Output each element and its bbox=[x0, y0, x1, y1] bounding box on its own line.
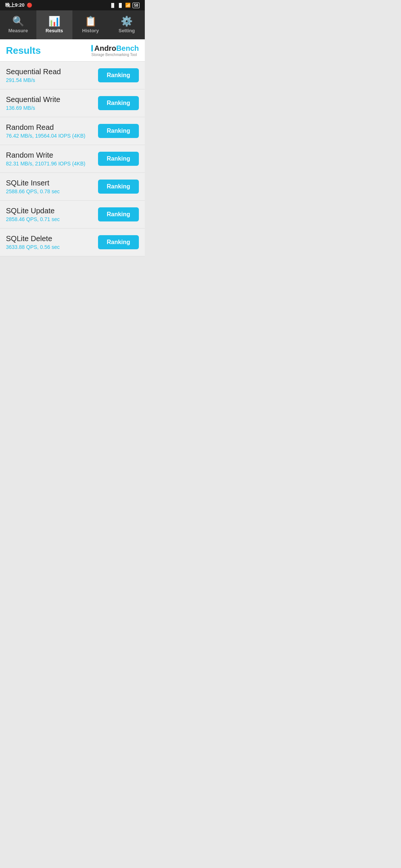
tab-setting-label: Setting bbox=[118, 28, 135, 33]
signal-icon-2: ▐▌ bbox=[117, 3, 123, 7]
result-value: 76.42 MB/s, 19564.04 IOPS (4KB) bbox=[6, 133, 98, 139]
result-info: Random Write 82.31 MB/s, 21071.96 IOPS (… bbox=[6, 151, 98, 167]
result-item: SQLite Delete 3633.88 QPS, 0.56 sec Rank… bbox=[0, 228, 145, 256]
tab-measure[interactable]: 🔍 Measure bbox=[0, 10, 36, 39]
ranking-button[interactable]: Ranking bbox=[98, 124, 139, 138]
status-right: ▐▌ ▐▌ 📶 58 bbox=[110, 3, 140, 8]
battery-indicator: 58 bbox=[133, 3, 140, 8]
status-left: 晚上9:20 🔴 bbox=[5, 2, 32, 9]
status-bar: 晚上9:20 🔴 ▐▌ ▐▌ 📶 58 bbox=[0, 0, 145, 10]
bottom-fill bbox=[0, 256, 145, 368]
ranking-button[interactable]: Ranking bbox=[98, 180, 139, 194]
signal-icon: ▐▌ bbox=[110, 3, 116, 7]
ranking-button[interactable]: Ranking bbox=[98, 235, 139, 249]
result-info: SQLite Insert 2588.66 QPS, 0.78 sec bbox=[6, 179, 98, 194]
result-value: 2588.66 QPS, 0.78 sec bbox=[6, 188, 98, 194]
ranking-button[interactable]: Ranking bbox=[98, 68, 139, 82]
tab-results-label: Results bbox=[46, 28, 63, 33]
result-info: SQLite Delete 3633.88 QPS, 0.56 sec bbox=[6, 234, 98, 250]
page-title: Results bbox=[6, 45, 41, 56]
tab-history[interactable]: 📋 History bbox=[72, 10, 109, 39]
result-info: Sequential Write 136.69 MB/s bbox=[6, 95, 98, 111]
tab-history-label: History bbox=[82, 28, 99, 33]
result-name: Random Read bbox=[6, 123, 98, 132]
result-name: Sequential Write bbox=[6, 95, 98, 104]
status-time: 晚上9:20 bbox=[5, 2, 25, 9]
results-icon: 📊 bbox=[48, 16, 60, 26]
result-name: SQLite Insert bbox=[6, 179, 98, 187]
nav-tabs: 🔍 Measure 📊 Results 📋 History ⚙️ Setting bbox=[0, 10, 145, 39]
page-header: Results AndroBench Storage Benchmarking … bbox=[0, 39, 145, 62]
battery-level: 58 bbox=[134, 3, 138, 7]
tab-measure-label: Measure bbox=[8, 28, 28, 33]
brand-accent: AndroBench bbox=[91, 45, 139, 52]
tab-setting[interactable]: ⚙️ Setting bbox=[109, 10, 145, 39]
result-info: Sequential Read 291.54 MB/s bbox=[6, 68, 98, 83]
result-value: 2858.46 QPS, 0.71 sec bbox=[6, 216, 98, 222]
wifi-icon: 📶 bbox=[125, 3, 131, 8]
result-info: SQLite Update 2858.46 QPS, 0.71 sec bbox=[6, 207, 98, 222]
live-icon: 🔴 bbox=[27, 3, 32, 8]
result-item: SQLite Update 2858.46 QPS, 0.71 sec Rank… bbox=[0, 201, 145, 228]
result-value: 82.31 MB/s, 21071.96 IOPS (4KB) bbox=[6, 161, 98, 167]
result-value: 291.54 MB/s bbox=[6, 77, 98, 83]
result-name: SQLite Delete bbox=[6, 234, 98, 243]
result-value: 136.69 MB/s bbox=[6, 105, 98, 111]
result-info: Random Read 76.42 MB/s, 19564.04 IOPS (4… bbox=[6, 123, 98, 139]
setting-icon: ⚙️ bbox=[121, 16, 133, 26]
result-name: SQLite Update bbox=[6, 207, 98, 215]
result-name: Random Write bbox=[6, 151, 98, 160]
result-name: Sequential Read bbox=[6, 68, 98, 76]
ranking-button[interactable]: Ranking bbox=[98, 152, 139, 166]
result-item: Sequential Write 136.69 MB/s Ranking bbox=[0, 89, 145, 117]
history-icon: 📋 bbox=[85, 16, 97, 26]
brand-logo: AndroBench Storage Benchmarking Tool bbox=[91, 45, 139, 57]
brand-bar bbox=[91, 45, 93, 52]
measure-icon: 🔍 bbox=[12, 16, 24, 26]
ranking-button[interactable]: Ranking bbox=[98, 96, 139, 110]
result-value: 3633.88 QPS, 0.56 sec bbox=[6, 244, 98, 250]
results-list: Sequential Read 291.54 MB/s Ranking Sequ… bbox=[0, 62, 145, 256]
tab-results[interactable]: 📊 Results bbox=[36, 10, 73, 39]
result-item: SQLite Insert 2588.66 QPS, 0.78 sec Rank… bbox=[0, 173, 145, 201]
result-item: Random Read 76.42 MB/s, 19564.04 IOPS (4… bbox=[0, 117, 145, 145]
brand-sub: Storage Benchmarking Tool bbox=[91, 53, 137, 57]
ranking-button[interactable]: Ranking bbox=[98, 207, 139, 221]
result-item: Random Write 82.31 MB/s, 21071.96 IOPS (… bbox=[0, 145, 145, 173]
result-item: Sequential Read 291.54 MB/s Ranking bbox=[0, 62, 145, 89]
brand-name: AndroBench bbox=[94, 45, 139, 52]
